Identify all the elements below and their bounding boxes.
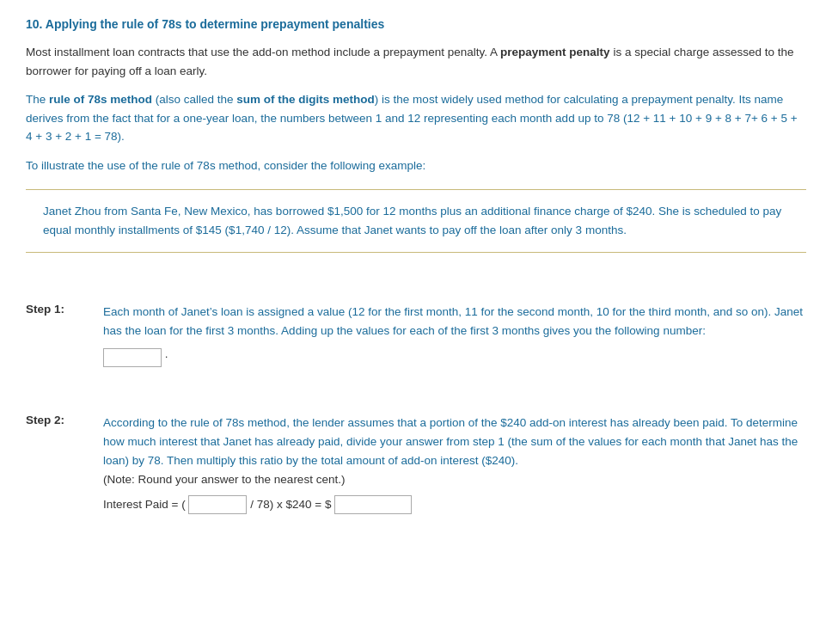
step2-content: According to the rule of 78s method, the… [103, 414, 806, 515]
step1-content: Each month of Janet’s loan is assigned a… [103, 303, 806, 367]
step1-input[interactable] [103, 348, 162, 367]
paragraph-2: The rule of 78s method (also called the … [26, 90, 806, 146]
paragraph-3: To illustrate the use of the rule of 78s… [26, 156, 806, 175]
para2-mid1: (also called the [152, 93, 236, 106]
interest-paid-label: Interest Paid = ( [103, 498, 186, 511]
interest-paid-mid: / 78) x $240 = $ [250, 498, 331, 511]
example-box: Janet Zhou from Santa Fe, New Mexico, ha… [26, 190, 806, 253]
interest-paid-row: Interest Paid = ( / 78) x $240 = $ [103, 495, 806, 514]
step1-text: Each month of Janet’s loan is assigned a… [103, 305, 803, 337]
para2-bold2: sum of the digits method [236, 93, 375, 106]
interest-paid-input2[interactable] [334, 495, 412, 514]
example-text: Janet Zhou from Santa Fe, New Mexico, ha… [43, 202, 789, 241]
step1-container: Step 1: Each month of Janet’s loan is as… [26, 303, 806, 367]
paragraph-1: Most installment loan contracts that use… [26, 43, 806, 80]
section-title: 10. Applying the rule of 78s to determin… [26, 17, 806, 31]
para2-bold1: rule of 78s method [49, 93, 152, 106]
step2-label: Step 2: [26, 414, 103, 426]
step1-dot: . [162, 347, 168, 359]
step2-note: (Note: Round your answer to the nearest … [103, 473, 345, 486]
step2-text1: According to the rule of 78s method, the… [103, 416, 798, 468]
step1-label: Step 1: [26, 303, 103, 316]
para2-start: The [26, 93, 49, 106]
bottom-divider [26, 252, 806, 253]
interest-paid-input1[interactable] [188, 495, 247, 514]
para1-bold: prepayment penalty [500, 46, 610, 58]
step2-container: Step 2: According to the rule of 78s met… [26, 414, 806, 515]
para1-text: Most installment loan contracts that use… [26, 46, 500, 58]
